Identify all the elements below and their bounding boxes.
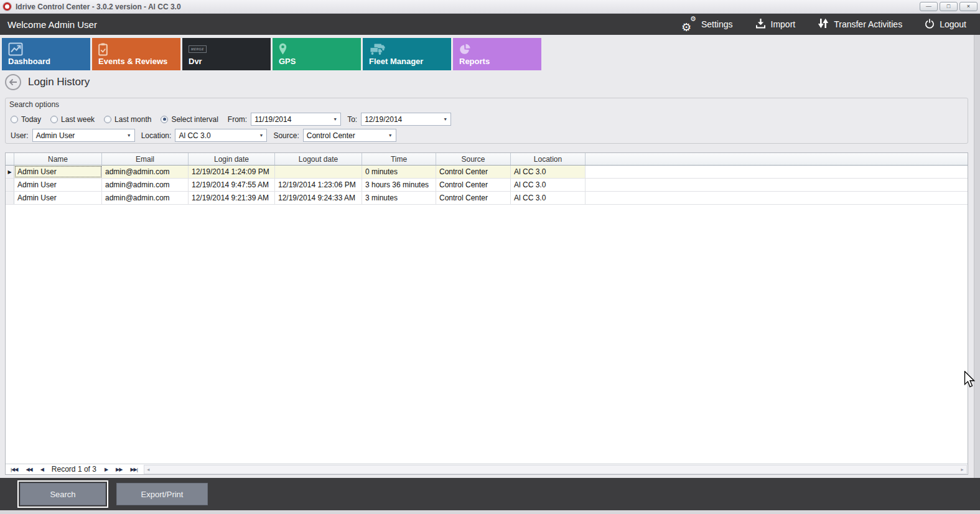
- column-header-location[interactable]: Location: [511, 153, 586, 165]
- cell-login-date[interactable]: 12/19/2014 1:24:09 PM: [189, 166, 275, 178]
- radio-select-interval[interactable]: Select interval: [161, 115, 218, 124]
- cell-logout-date[interactable]: [275, 166, 362, 178]
- horizontal-scrollbar[interactable]: ◄ ►: [144, 465, 967, 474]
- nav-prev-button[interactable]: ◀: [40, 467, 44, 472]
- column-header-email[interactable]: Email: [102, 153, 189, 165]
- navigator-buttons: |◀◀ ◀◀ ◀ Record 1 of 3 ▶ ▶▶ ▶▶|: [6, 465, 144, 474]
- nav-tile-label: Dvr: [189, 57, 202, 66]
- import-button[interactable]: Import: [755, 18, 796, 30]
- transfer-arrows-icon: [818, 18, 829, 30]
- nav-tile-dvr[interactable]: MERGE Dvr: [182, 38, 271, 70]
- nav-next-button[interactable]: ▶: [105, 467, 108, 472]
- nav-tile-dashboard[interactable]: Dashboard: [2, 38, 90, 70]
- cell-location[interactable]: Al CC 3.0: [511, 166, 586, 178]
- cell-time[interactable]: 3 hours 36 minutes: [362, 179, 436, 191]
- window-titlebar: Idrive Control Center - 3.0.2 version - …: [0, 0, 980, 14]
- user-combo[interactable]: Admin User ▼: [32, 129, 135, 142]
- import-icon: [755, 18, 766, 30]
- cell-name[interactable]: Admin User: [14, 166, 102, 178]
- close-button[interactable]: ×: [959, 2, 978, 11]
- row-indicator: [6, 179, 14, 191]
- cell-location[interactable]: Al CC 3.0: [511, 192, 586, 204]
- nav-tile-label: Dashboard: [8, 57, 50, 66]
- radio-circle-icon: [50, 116, 58, 123]
- cell-name[interactable]: Admin User: [14, 179, 102, 191]
- search-row-interval: Today Last week Last month Select interv…: [11, 113, 968, 126]
- column-header-login-date[interactable]: Login date: [189, 153, 275, 165]
- source-combo[interactable]: Control Center ▼: [303, 129, 396, 142]
- settings-label: Settings: [701, 19, 733, 29]
- cell-name[interactable]: Admin User: [14, 192, 102, 204]
- scroll-left-icon[interactable]: ◄: [144, 467, 152, 472]
- vertical-scrollbar[interactable]: [974, 35, 980, 478]
- source-label: Source:: [273, 131, 299, 140]
- scroll-right-icon[interactable]: ►: [958, 467, 966, 472]
- nav-tile-label: Fleet Manager: [369, 57, 423, 66]
- nav-first-button[interactable]: |◀◀: [11, 467, 17, 472]
- nav-tile-gps[interactable]: GPS: [273, 38, 361, 70]
- radio-today[interactable]: Today: [11, 115, 41, 124]
- clipboard-check-icon: [98, 42, 108, 57]
- table-row[interactable]: Admin User admin@admin.com 12/19/2014 9:…: [6, 179, 968, 192]
- export-print-button[interactable]: Export/Print: [116, 483, 208, 505]
- search-button[interactable]: Search: [20, 483, 106, 505]
- to-date-combo[interactable]: 12/19/2014 ▼: [361, 113, 451, 126]
- cell-logout-date[interactable]: 12/19/2014 9:24:33 AM: [275, 192, 362, 204]
- column-header-name[interactable]: Name: [14, 153, 102, 165]
- radio-last-month[interactable]: Last month: [104, 115, 151, 124]
- cell-email[interactable]: admin@admin.com: [102, 166, 189, 178]
- cell-location[interactable]: Al CC 3.0: [511, 179, 586, 191]
- dvr-merge-icon: MERGE: [189, 42, 207, 57]
- nav-last-button[interactable]: ▶▶|: [130, 467, 137, 472]
- chevron-down-icon: ▼: [388, 133, 396, 138]
- cell-source[interactable]: Control Center: [436, 179, 511, 191]
- to-date-value: 12/19/2014: [362, 115, 443, 124]
- table-row[interactable]: ▶ Admin User admin@admin.com 12/19/2014 …: [6, 166, 968, 179]
- radio-last-week[interactable]: Last week: [50, 115, 95, 124]
- topbar: Welcome Admin User ⚙⚙ Settings Import Tr…: [0, 14, 980, 35]
- row-indicator: [6, 192, 14, 204]
- cell-time[interactable]: 0 minutes: [362, 166, 436, 178]
- cell-source[interactable]: Control Center: [436, 166, 511, 178]
- page-title: Login History: [28, 76, 90, 88]
- search-options-caption: Search options: [6, 98, 968, 109]
- cell-logout-date[interactable]: 12/19/2014 1:23:06 PM: [275, 179, 362, 191]
- chevron-down-icon: ▼: [443, 117, 450, 121]
- from-date-combo[interactable]: 11/19/2014 ▼: [251, 113, 341, 126]
- cell-login-date[interactable]: 12/19/2014 9:47:55 AM: [189, 179, 275, 191]
- back-button[interactable]: [5, 74, 21, 90]
- maximize-button[interactable]: □: [940, 2, 958, 11]
- power-icon: [925, 19, 935, 30]
- app-record-circle-icon: [3, 2, 11, 11]
- cell-time[interactable]: 3 minutes: [362, 192, 436, 204]
- nav-tile-events-reviews[interactable]: Events & Reviews: [92, 38, 180, 70]
- map-pin-icon: [279, 42, 287, 57]
- cell-source[interactable]: Control Center: [436, 192, 511, 204]
- column-header-logout-date[interactable]: Logout date: [275, 153, 362, 165]
- nav-tile-fleet-manager[interactable]: Fleet Manager: [363, 38, 451, 70]
- transfer-activities-button[interactable]: Transfer Activities: [818, 18, 902, 30]
- cell-email[interactable]: admin@admin.com: [102, 192, 189, 204]
- window-bottom-edge: [0, 510, 980, 514]
- column-header-source[interactable]: Source: [436, 153, 511, 165]
- settings-button[interactable]: ⚙⚙ Settings: [681, 17, 733, 31]
- nav-tile-reports[interactable]: Reports: [453, 38, 541, 70]
- location-value: Al CC 3.0: [175, 131, 259, 140]
- cell-email[interactable]: admin@admin.com: [102, 179, 189, 191]
- cell-login-date[interactable]: 12/19/2014 9:21:39 AM: [189, 192, 275, 204]
- trucks-icon: [369, 42, 386, 57]
- table-row[interactable]: Admin User admin@admin.com 12/19/2014 9:…: [6, 192, 968, 205]
- minimize-button[interactable]: —: [920, 2, 938, 11]
- location-combo[interactable]: Al CC 3.0 ▼: [175, 129, 267, 142]
- column-header-time[interactable]: Time: [362, 153, 436, 165]
- import-label: Import: [771, 19, 796, 29]
- pie-chart-icon: [459, 42, 471, 57]
- location-label: Location:: [141, 131, 172, 140]
- nav-next-page-button[interactable]: ▶▶: [116, 467, 122, 472]
- radio-last-week-label: Last week: [61, 115, 95, 124]
- line-chart-icon: [8, 42, 23, 57]
- nav-prev-page-button[interactable]: ◀◀: [26, 467, 32, 472]
- chevron-down-icon: ▼: [127, 133, 134, 138]
- radio-last-month-label: Last month: [114, 115, 151, 124]
- logout-button[interactable]: Logout: [925, 19, 966, 30]
